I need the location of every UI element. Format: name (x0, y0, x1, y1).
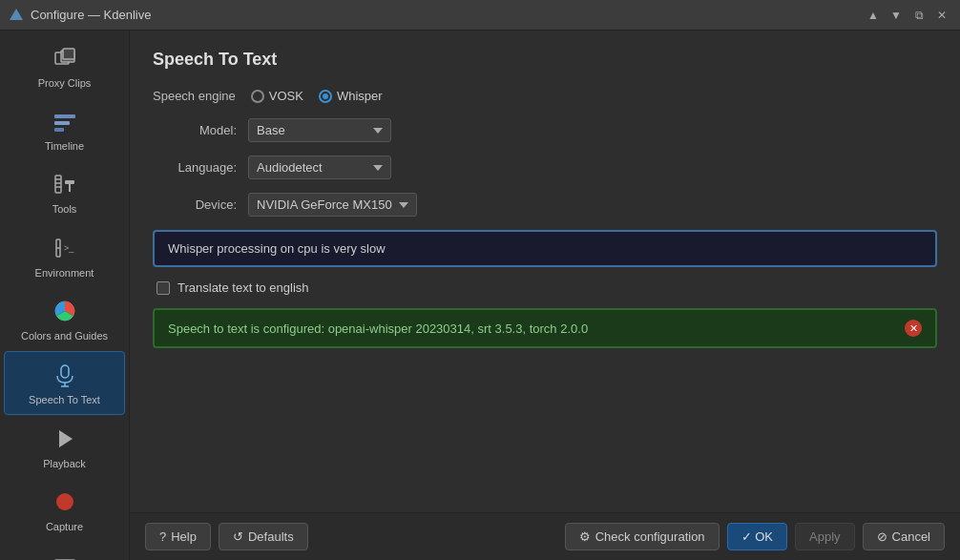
check-config-icon: ⚙ (579, 529, 591, 544)
svg-point-21 (56, 493, 73, 510)
sidebar-item-jogshuttle[interactable]: JogShuttle (4, 543, 125, 561)
page-title: Speech To Text (153, 50, 937, 70)
sidebar-item-environment[interactable]: >_ Environment (4, 225, 125, 287)
cancel-button[interactable]: ⊘ Cancel (863, 523, 945, 550)
success-text: Speech to text is configured: openai-whi… (168, 321, 588, 336)
titlebar-up-btn[interactable]: ▲ (863, 5, 884, 26)
defaults-icon: ↺ (233, 529, 243, 544)
radio-whisper[interactable]: Whisper (319, 89, 383, 103)
apply-label: Apply (809, 529, 841, 544)
language-label: Language: (153, 160, 248, 175)
language-row: Language: Audiodetect English French Ger… (153, 156, 937, 179)
svg-rect-5 (54, 121, 70, 125)
sidebar-item-capture[interactable]: Capture (4, 479, 125, 541)
defaults-button[interactable]: ↺ Defaults (219, 523, 308, 550)
radio-whisper-label: Whisper (337, 89, 383, 103)
translate-checkbox[interactable] (157, 281, 170, 295)
success-box: Speech to text is configured: openai-whi… (153, 308, 937, 348)
sidebar-label-timeline: Timeline (45, 140, 84, 153)
sidebar-item-colors-and-guides[interactable]: Colors and Guides (4, 288, 125, 350)
sidebar-label-tools: Tools (52, 203, 77, 216)
sidebar-label-colors-and-guides: Colors and Guides (21, 330, 108, 342)
right-panel: Speech To Text Speech engine VOSK Whispe… (130, 31, 960, 560)
environment-icon: >_ (50, 233, 80, 263)
svg-text:>_: >_ (64, 243, 74, 253)
svg-rect-4 (54, 114, 75, 118)
titlebar-close-btn[interactable]: ✕ (931, 5, 952, 26)
radio-vosk-label: VOSK (269, 89, 303, 103)
speech-to-text-icon (50, 360, 80, 390)
radio-vosk[interactable]: VOSK (251, 89, 303, 103)
window-title: Configure — Kdenlive (31, 8, 151, 22)
sidebar-label-capture: Capture (46, 521, 83, 533)
translate-label: Translate text to english (177, 280, 309, 295)
tools-icon (50, 169, 80, 199)
app-icon (8, 7, 25, 24)
checkbox-row[interactable]: Translate text to english (157, 280, 937, 295)
titlebar-controls[interactable]: ▲ ▼ ⧉ ✕ (863, 5, 952, 26)
radio-whisper-circle (319, 90, 332, 103)
apply-button[interactable]: Apply (795, 523, 855, 550)
sidebar-label-proxy-clips: Proxy Clips (38, 77, 92, 90)
jogshuttle-icon (50, 550, 80, 561)
svg-rect-3 (63, 49, 74, 59)
radio-vosk-circle (251, 90, 264, 103)
model-select[interactable]: Tiny Base Small Medium Large (248, 118, 391, 142)
ok-label: ✓ OK (741, 529, 773, 544)
sidebar: Proxy Clips Timeline (0, 31, 130, 560)
sidebar-item-playback[interactable]: Playback (4, 416, 125, 478)
help-button[interactable]: ? Help (145, 523, 211, 550)
content-area: Speech To Text Speech engine VOSK Whispe… (130, 31, 960, 512)
warning-text: Whisper processing on cpu is very slow (168, 241, 386, 256)
speech-engine-label: Speech engine (153, 89, 236, 103)
language-select[interactable]: Audiodetect English French German Spanis… (248, 156, 391, 179)
cancel-icon: ⊘ (877, 529, 887, 544)
timeline-icon (50, 106, 80, 136)
speech-engine-row: Speech engine VOSK Whisper (153, 89, 937, 103)
svg-marker-0 (10, 9, 23, 20)
proxy-clips-icon (50, 43, 80, 73)
device-label: Device: (153, 197, 248, 212)
svg-rect-11 (65, 180, 74, 184)
success-close-btn[interactable]: ✕ (905, 320, 922, 337)
bottom-left: ? Help ↺ Defaults (145, 523, 308, 550)
bottom-right: ⚙ Check configuration ✓ OK Apply ⊘ Cance… (565, 523, 945, 550)
main-content: Proxy Clips Timeline (0, 31, 960, 560)
model-row: Model: Tiny Base Small Medium Large (153, 118, 937, 142)
titlebar-left: Configure — Kdenlive (8, 7, 151, 24)
titlebar-down-btn[interactable]: ▼ (886, 5, 907, 26)
colors-and-guides-icon (50, 296, 80, 326)
help-label: Help (171, 529, 197, 544)
titlebar: Configure — Kdenlive ▲ ▼ ⧉ ✕ (0, 0, 960, 31)
sidebar-item-timeline[interactable]: Timeline (4, 98, 125, 160)
model-label: Model: (153, 123, 248, 137)
device-row: Device: NVIDIA GeForce MX150 CPU (153, 193, 937, 217)
sidebar-item-tools[interactable]: Tools (4, 161, 125, 223)
svg-rect-17 (61, 365, 69, 378)
radio-group: VOSK Whisper (251, 89, 383, 103)
titlebar-restore-btn[interactable]: ⧉ (908, 5, 929, 26)
svg-marker-20 (59, 430, 73, 447)
playback-icon (50, 424, 80, 454)
svg-rect-6 (54, 128, 64, 132)
defaults-label: Defaults (248, 529, 294, 544)
capture-icon (50, 487, 80, 517)
warning-box: Whisper processing on cpu is very slow (153, 230, 937, 267)
sidebar-label-playback: Playback (43, 458, 86, 470)
help-icon: ? (159, 529, 166, 544)
device-select[interactable]: NVIDIA GeForce MX150 CPU (248, 193, 417, 217)
ok-button[interactable]: ✓ OK (727, 523, 787, 550)
sidebar-label-speech-to-text: Speech To Text (29, 394, 100, 406)
sidebar-item-speech-to-text[interactable]: Speech To Text (4, 351, 125, 415)
sidebar-item-proxy-clips[interactable]: Proxy Clips (4, 35, 125, 97)
sidebar-label-environment: Environment (35, 267, 94, 280)
svg-rect-7 (55, 176, 61, 193)
check-config-button[interactable]: ⚙ Check configuration (565, 523, 720, 550)
bottom-bar: ? Help ↺ Defaults ⚙ Check configuration … (130, 512, 960, 560)
cancel-label: Cancel (892, 529, 930, 544)
check-config-label: Check configuration (595, 529, 705, 544)
